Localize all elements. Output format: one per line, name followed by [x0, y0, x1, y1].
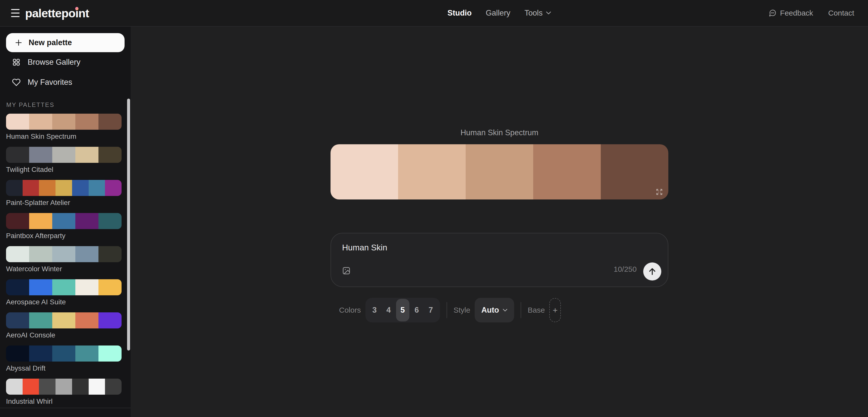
prompt-input[interactable]: Human Skin: [342, 243, 387, 252]
new-palette-button[interactable]: New palette: [6, 33, 125, 52]
palette-list-item[interactable]: Twilight Citadel: [6, 147, 122, 174]
palette-name: Abyssal Drift: [6, 363, 122, 373]
palette-name: Aerospace AI Suite: [6, 297, 122, 307]
palette-thumbnail-swatch: [39, 379, 56, 395]
palette-thumbnail-swatch: [75, 346, 98, 361]
palette-thumbnail-swatch: [56, 379, 72, 395]
sidebar-scrollbar[interactable]: [127, 99, 130, 350]
palette-thumbnail-swatch: [39, 180, 56, 196]
palette-thumbnail-swatch: [6, 346, 29, 361]
palette-thumbnail: [6, 213, 122, 229]
palette-thumbnail-swatch: [6, 180, 23, 196]
palette-thumbnail-swatch: [105, 379, 122, 395]
palette-swatch[interactable]: [466, 144, 533, 200]
studio-palette-strip: [331, 144, 668, 200]
palette-list-item[interactable]: AeroAI Console: [6, 312, 122, 340]
palette-thumbnail-swatch: [52, 279, 75, 295]
palette-thumbnail-swatch: [72, 180, 89, 196]
palette-list-item[interactable]: Paintbox Afterparty: [6, 213, 122, 241]
chevron-down-icon: [546, 11, 551, 15]
palette-thumbnail-swatch: [105, 180, 122, 196]
palette-list-item[interactable]: Human Skin Spectrum: [6, 114, 122, 141]
palette-thumbnail-swatch: [6, 379, 23, 395]
palette-thumbnail-swatch: [29, 147, 52, 163]
tab-gallery[interactable]: Gallery: [486, 8, 510, 18]
palette-swatch[interactable]: [331, 144, 398, 200]
palette-list-item[interactable]: Paint-Splatter Atelier: [6, 180, 122, 208]
base-label: Base: [528, 306, 545, 314]
feedback-label: Feedback: [780, 9, 813, 17]
color-count-option-4[interactable]: 4: [382, 299, 395, 321]
sidebar-item-browse-gallery[interactable]: Browse Gallery: [12, 57, 81, 68]
palette-thumbnail: [6, 147, 122, 163]
palette-thumbnail-swatch: [52, 147, 75, 163]
palette-thumbnail-swatch: [75, 147, 98, 163]
palette-thumbnail-swatch: [52, 213, 75, 229]
palette-name: Paintbox Afterparty: [6, 231, 122, 241]
main-nav: Studio Gallery Tools: [131, 0, 868, 26]
feedback-button[interactable]: Feedback: [769, 9, 813, 17]
color-count-segment: 34567: [366, 298, 440, 322]
palette-swatch[interactable]: [398, 144, 466, 200]
chevron-down-icon: [502, 309, 507, 312]
browse-gallery-label: Browse Gallery: [28, 58, 81, 67]
palette-list-item[interactable]: Watercolor Winter: [6, 246, 122, 274]
sidebar-item-my-favorites[interactable]: My Favorites: [12, 77, 72, 88]
palette-thumbnail-swatch: [6, 312, 29, 328]
palette-thumbnail-swatch: [6, 114, 29, 130]
brand-logo[interactable]: palettepoınt: [25, 6, 89, 20]
palette-thumbnail-swatch: [89, 379, 105, 395]
send-button[interactable]: [643, 263, 661, 280]
palette-name: AeroAI Console: [6, 331, 122, 340]
base-add-button[interactable]: +: [549, 298, 561, 322]
palette-thumbnail-swatch: [6, 246, 29, 262]
tab-studio[interactable]: Studio: [447, 8, 472, 18]
palette-thumbnail-swatch: [75, 114, 98, 130]
palette-thumbnail-swatch: [6, 147, 29, 163]
palette-thumbnail-swatch: [98, 279, 122, 295]
palette-list-item[interactable]: Abyssal Drift: [6, 346, 122, 373]
palette-name: Human Skin Spectrum: [6, 132, 122, 141]
palette-list-item[interactable]: Industrial Whirl: [6, 379, 122, 406]
palette-swatch[interactable]: [533, 144, 601, 200]
palette-thumbnail-swatch: [29, 114, 52, 130]
tab-tools[interactable]: Tools: [524, 8, 551, 18]
palette-thumbnail-swatch: [29, 279, 52, 295]
palette-name: Watercolor Winter: [6, 264, 122, 274]
palette-thumbnail-swatch: [98, 346, 122, 361]
palette-thumbnail-swatch: [72, 379, 89, 395]
palette-thumbnail-swatch: [6, 213, 29, 229]
plus-icon: [14, 39, 23, 47]
palette-thumbnail-swatch: [52, 346, 75, 361]
color-count-option-5[interactable]: 5: [396, 299, 409, 321]
top-bar: palettepoınt Studio Gallery Tools Feedba…: [0, 0, 868, 27]
palette-list-item[interactable]: Aerospace AI Suite: [6, 279, 122, 307]
palette-thumbnail-swatch: [89, 180, 105, 196]
image-upload-button[interactable]: [342, 267, 351, 275]
expand-icon[interactable]: [656, 188, 663, 196]
color-count-option-6[interactable]: 6: [410, 299, 424, 321]
color-count-option-3[interactable]: 3: [368, 299, 381, 321]
my-palettes-section-title: MY PALETTES: [6, 101, 55, 108]
contact-link[interactable]: Contact: [828, 9, 854, 17]
prompt-card: Human Skin 10/250: [331, 233, 668, 287]
palette-thumbnail-swatch: [29, 213, 52, 229]
palette-thumbnail-swatch: [52, 114, 75, 130]
palette-thumbnail-swatch: [52, 312, 75, 328]
palette-thumbnail-swatch: [75, 312, 98, 328]
palette-name: Paint-Splatter Atelier: [6, 198, 122, 208]
chat-bubble-icon: [769, 9, 777, 17]
palette-thumbnail-swatch: [23, 180, 39, 196]
color-count-option-7[interactable]: 7: [424, 299, 437, 321]
char-counter: 10/250: [614, 265, 637, 274]
palette-thumbnail: [6, 246, 122, 262]
palette-thumbnail-swatch: [6, 279, 29, 295]
style-dropdown[interactable]: Auto: [475, 298, 514, 322]
hamburger-menu-icon[interactable]: [11, 9, 20, 17]
my-palettes-list: Human Skin SpectrumTwilight CitadelPaint…: [6, 114, 122, 412]
palette-thumbnail-swatch: [75, 246, 98, 262]
divider: [446, 302, 447, 318]
style-label: Style: [454, 306, 470, 314]
palette-thumbnail-swatch: [29, 312, 52, 328]
colors-label: Colors: [339, 306, 361, 314]
